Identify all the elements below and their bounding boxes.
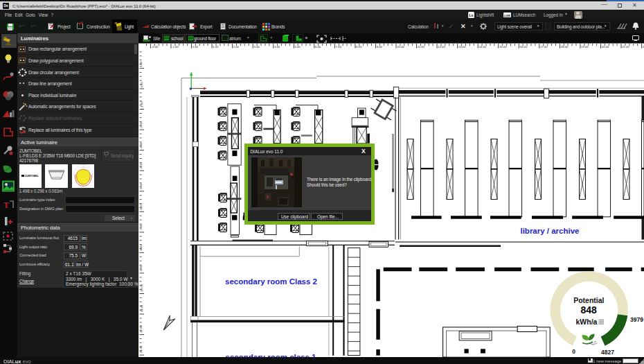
svg-text:4827: 4827 (601, 349, 614, 356)
svg-text:8.00: 8.00 (356, 45, 362, 49)
svg-text:9.00: 9.00 (377, 45, 383, 49)
svg-text:kWh/a: kWh/a (576, 318, 598, 326)
svg-text:-8.00: -8.00 (140, 245, 143, 252)
svg-text:19.00: 19.00 (581, 45, 589, 49)
svg-text:3.00: 3.00 (253, 45, 260, 49)
svg-text:-5.00: -5.00 (140, 183, 143, 190)
svg-text:-1.00: -1.00 (140, 101, 143, 108)
svg-text:15.00: 15.00 (499, 45, 507, 49)
svg-text:7.00: 7.00 (336, 45, 342, 49)
svg-text:1.00: 1.00 (213, 45, 219, 49)
svg-text:secondary room Class 2: secondary room Class 2 (225, 277, 317, 286)
svg-text:21.00: 21.00 (622, 45, 629, 49)
svg-text:0.00: 0.00 (140, 82, 143, 88)
svg-text:-7.00: -7.00 (140, 224, 143, 231)
svg-text:T: T (3, 200, 9, 210)
svg-text:-1.00: -1.00 (172, 45, 179, 49)
svg-text:18.00: 18.00 (561, 45, 569, 49)
svg-text:-3.00: -3.00 (140, 142, 143, 149)
svg-text:1.00: 1.00 (140, 61, 143, 67)
svg-text:17.00: 17.00 (540, 45, 548, 49)
svg-text:-11.00: -11.00 (140, 304, 143, 313)
svg-text:20.00: 20.00 (602, 45, 609, 49)
svg-text:3979: 3979 (630, 316, 643, 323)
svg-text:-2.00: -2.00 (152, 45, 159, 49)
svg-text:-10.00: -10.00 (140, 284, 143, 293)
svg-text:10.00: 10.00 (397, 45, 404, 49)
svg-text:library / archive: library / archive (520, 227, 579, 235)
svg-text:-12.00: -12.00 (140, 325, 143, 334)
svg-text:5.00: 5.00 (295, 45, 301, 49)
svg-text:Potential: Potential (573, 296, 604, 304)
svg-text:848: 848 (581, 304, 598, 315)
svg-text:-6.00: -6.00 (140, 204, 143, 211)
svg-text:-9.00: -9.00 (140, 265, 143, 272)
svg-text:-2.00: -2.00 (140, 121, 143, 128)
svg-text:0.00: 0.00 (193, 45, 199, 49)
svg-text:13.00: 13.00 (458, 45, 466, 49)
svg-text:0: 0 (572, 348, 575, 355)
svg-text:16.00: 16.00 (520, 45, 528, 49)
svg-text:14.00: 14.00 (478, 45, 486, 49)
svg-text:11.00: 11.00 (418, 45, 425, 49)
svg-text:2.00: 2.00 (233, 45, 240, 49)
svg-text:6.00: 6.00 (315, 45, 321, 49)
svg-text:-13.00: -13.00 (140, 345, 143, 354)
svg-text:4.00: 4.00 (274, 45, 280, 49)
svg-text:12.00: 12.00 (438, 45, 445, 49)
svg-text:-4.00: -4.00 (140, 162, 143, 169)
